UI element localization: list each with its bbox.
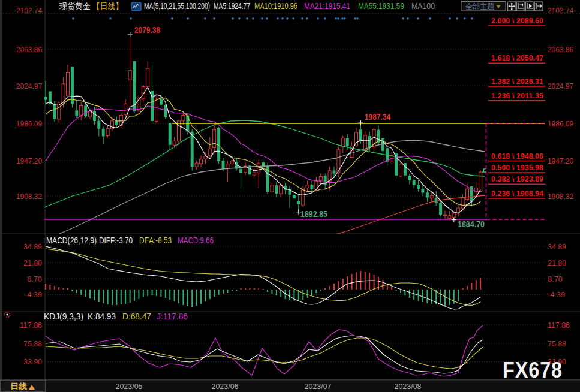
svg-text:0.500 \ 1935.98: 0.500 \ 1935.98 <box>491 163 543 172</box>
svg-text:1947.20: 1947.20 <box>548 156 573 165</box>
svg-text:2023/07: 2023/07 <box>305 382 332 391</box>
svg-text:2024.97: 2024.97 <box>548 82 573 91</box>
svg-text:MACD:9.66: MACD:9.66 <box>178 236 214 245</box>
svg-text:【日线】: 【日线】 <box>92 2 123 11</box>
svg-text:FX678: FX678 <box>503 358 563 382</box>
svg-text:2023/05: 2023/05 <box>116 382 143 391</box>
svg-text:2.000 \ 2089.60: 2.000 \ 2089.60 <box>491 16 543 25</box>
svg-text:全部主题: 全部主题 <box>465 2 494 11</box>
svg-text:2102.74: 2102.74 <box>548 6 573 15</box>
svg-text:MA21:1915.41: MA21:1915.41 <box>304 1 350 11</box>
svg-text:0.382 \ 1923.89: 0.382 \ 1923.89 <box>491 174 543 183</box>
svg-text:日线: 日线 <box>10 382 27 391</box>
svg-text:2102.74: 2102.74 <box>16 6 42 15</box>
svg-text:1908.32: 1908.32 <box>16 192 42 201</box>
svg-text:-4.39: -4.39 <box>25 290 42 299</box>
svg-text:1884.70: 1884.70 <box>458 219 485 229</box>
svg-text:KDJ(9,3,3): KDJ(9,3,3) <box>44 312 83 321</box>
svg-text:DEA:-8.53: DEA:-8.53 <box>139 236 172 245</box>
svg-text:1947.20: 1947.20 <box>16 156 42 165</box>
svg-text:-4.39: -4.39 <box>548 290 565 299</box>
svg-text:0.618 \ 1948.06: 0.618 \ 1948.06 <box>491 152 543 161</box>
svg-text:DIFF:-3.70: DIFF:-3.70 <box>99 236 133 245</box>
svg-text:117.86: 117.86 <box>20 321 42 330</box>
svg-text:0.236 \ 1908.94: 0.236 \ 1908.94 <box>491 189 543 198</box>
svg-text:MA100: MA100 <box>411 1 435 11</box>
svg-text:2023/08: 2023/08 <box>395 382 422 391</box>
svg-text:MA10:1910.96: MA10:1910.96 <box>254 1 297 11</box>
svg-text:J:117.86: J:117.86 <box>157 312 188 321</box>
svg-text:2063.86: 2063.86 <box>548 45 573 54</box>
svg-text:117.86: 117.86 <box>548 321 570 330</box>
svg-text:8.70: 8.70 <box>548 275 563 284</box>
svg-text:33.90: 33.90 <box>23 357 42 366</box>
svg-text:1.618 \ 2050.47: 1.618 \ 2050.47 <box>491 53 543 62</box>
svg-text:2063.86: 2063.86 <box>16 45 42 54</box>
svg-text:2079.38: 2079.38 <box>134 25 160 35</box>
svg-text:1987.34: 1987.34 <box>365 112 390 122</box>
svg-text:21.80: 21.80 <box>548 258 566 267</box>
svg-text:8.70: 8.70 <box>27 275 42 284</box>
svg-text:34.89: 34.89 <box>548 242 566 251</box>
svg-text:75.88: 75.88 <box>23 339 42 348</box>
svg-text:1986.09: 1986.09 <box>548 119 573 128</box>
svg-text:2023/06: 2023/06 <box>212 382 239 391</box>
svg-text:21.80: 21.80 <box>23 258 42 267</box>
svg-text:1.382 \ 2026.31: 1.382 \ 2026.31 <box>491 77 543 86</box>
svg-text:D:68.47: D:68.47 <box>122 312 151 321</box>
svg-text:1892.85: 1892.85 <box>300 209 327 219</box>
svg-text:2024.97: 2024.97 <box>16 82 42 91</box>
svg-text:MA(5,10,21,55,100,200): MA(5,10,21,55,100,200) <box>144 1 210 11</box>
svg-text:K:84.93: K:84.93 <box>88 312 116 321</box>
svg-text:34.89: 34.89 <box>23 242 42 251</box>
svg-text:1.236 \ 2011.35: 1.236 \ 2011.35 <box>491 91 543 100</box>
svg-text:现货黄金: 现货黄金 <box>59 2 91 11</box>
svg-text:1986.09: 1986.09 <box>16 119 42 128</box>
svg-text:MACD(26,12,9): MACD(26,12,9) <box>46 236 97 245</box>
svg-text:1908.32: 1908.32 <box>548 192 573 201</box>
svg-text:MA55:1931.59: MA55:1931.59 <box>358 1 404 11</box>
svg-text:MA5:1924.77: MA5:1924.77 <box>214 1 250 11</box>
svg-text:75.88: 75.88 <box>548 339 566 348</box>
